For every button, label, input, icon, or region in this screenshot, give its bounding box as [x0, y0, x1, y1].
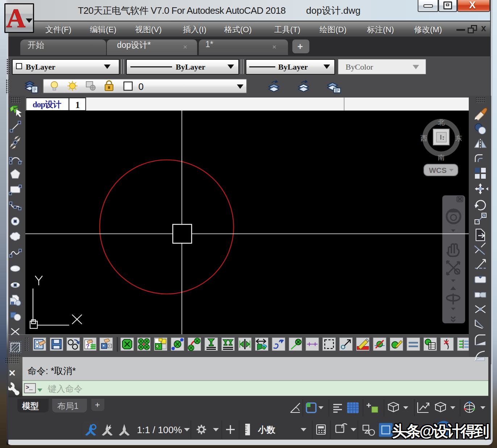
- svg-text:dop设计: dop设计: [33, 100, 61, 109]
- svg-text:北: 北: [438, 119, 445, 126]
- svg-text:?: ?: [86, 343, 89, 349]
- svg-text:东: 东: [455, 134, 462, 142]
- svg-text:1: 1: [75, 100, 80, 110]
- svg-text:1:1 / 100%: 1:1 / 100%: [137, 424, 182, 435]
- svg-text:0: 0: [138, 81, 143, 92]
- svg-text:WCS: WCS: [429, 166, 447, 174]
- svg-text:南: 南: [438, 154, 445, 161]
- svg-text:A: A: [6, 4, 25, 32]
- svg-text:小数: 小数: [258, 425, 276, 435]
- svg-text:西: 西: [421, 134, 427, 142]
